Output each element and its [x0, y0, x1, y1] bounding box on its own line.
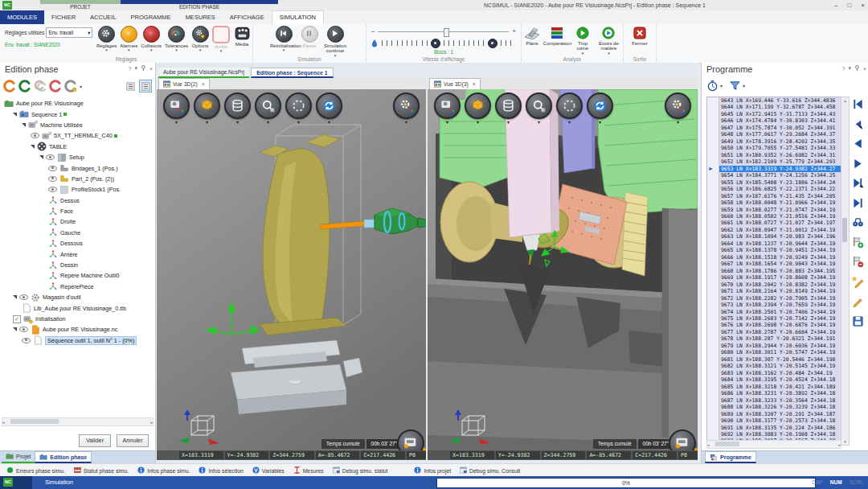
vt-display-button[interactable]: ▾ [434, 92, 461, 125]
scroll-thumb[interactable] [715, 442, 739, 446]
timer-filter-button[interactable]: ▾ [706, 80, 723, 92]
status-item-erreurs-phase-simu-[interactable]: Erreurs phase simu. [6, 466, 65, 475]
tree-item[interactable]: Dessus [0, 195, 154, 206]
panel-menu-button[interactable]: ▾ [134, 65, 137, 72]
expander-icon[interactable] [13, 295, 17, 299]
panel-menu-button[interactable]: ▾ [848, 65, 851, 72]
gcode-horizontal-scrollbar[interactable]: ◂ ▸ [706, 440, 841, 449]
tree-horizontal-scrollbar[interactable]: ◂ ▸ [2, 417, 154, 426]
tree-item[interactable]: 5X_TT_HERMLE_C40 [0, 130, 154, 141]
expander-icon[interactable] [22, 123, 26, 127]
program-line[interactable]: 9677 LN X+188.2787 Y-20.6604 Z+344.19 [707, 329, 841, 335]
status-item-debug-simu-consult[interactable]: Debug simu. Consult [460, 466, 520, 475]
visibility-eye-icon[interactable] [31, 133, 39, 138]
panel-tab-projet[interactable]: Projet [2, 451, 35, 463]
vt-display-button[interactable]: ▾ [163, 92, 190, 125]
flag-add-button[interactable] [852, 236, 864, 250]
visibility-eye-icon[interactable] [22, 338, 31, 343]
program-line[interactable]: 9671 LN X+188.2164 Y-20.8149 Z+344.19 [707, 288, 841, 294]
program-line[interactable]: 9667 LN X+188.1654 Y-20.9043 Z+344.19 [707, 261, 841, 267]
orientation-cube[interactable] [177, 409, 221, 446]
speed-knob[interactable] [431, 39, 440, 48]
ribbon-tab-fichier[interactable]: FICHIER [44, 10, 83, 24]
status-item-mesures[interactable]: Mesures [293, 466, 324, 475]
gcode-list[interactable]: 9643 LN X+169.446 Y-33.616 Z+344.4836964… [706, 97, 841, 446]
visibility-eye-icon[interactable] [48, 176, 57, 182]
speed-plus-button[interactable]: + [512, 28, 516, 35]
nav-back-button[interactable] [852, 138, 864, 151]
tree-item[interactable]: TABLE [0, 142, 154, 152]
tree-item[interactable]: Repère Machine Outil0 [0, 270, 154, 281]
program-line[interactable]: 9645 LN X+172.9415 Y-31.7133 Z+344.43 [707, 111, 841, 117]
document-tab[interactable]: Edition phase : Sequence 1 [251, 68, 333, 78]
program-line[interactable]: 9675 LN X+188.2603 Y-20.7142 Z+344.19 [707, 315, 841, 322]
scroll-thumb[interactable] [842, 218, 847, 242]
program-line[interactable]: 9660 LN X+188.0502 Y-21.0516 Z+344.19 [707, 213, 841, 220]
program-line[interactable]: 9672 LN X+188.2282 Y-20.7905 Z+344.19 [707, 295, 841, 302]
checkbox[interactable]: ✓ [13, 315, 21, 323]
vt-zoom-button[interactable]: ▾ [526, 92, 552, 125]
binoculars-button[interactable] [852, 216, 864, 230]
vue-3d-2-tab[interactable]: Vue 3D(2) × [158, 78, 210, 89]
program-line[interactable]: 9644 LN X+171.199 Y-32.6787 Z+344.458 [707, 104, 841, 110]
program-line[interactable]: 9654 LN X+184.3771 Y-24.1256 Z+344.25 [707, 172, 841, 179]
tree-item[interactable]: Aube pour RE Visiusinage.nc [0, 324, 154, 335]
tree-item[interactable]: Lib_Aube pour RE Visiusinage_0.tlb [0, 302, 154, 313]
program-line[interactable]: 9649 LN X+178.3916 Y-28.4202 Z+344.35 [707, 138, 841, 145]
close-button[interactable]: × [861, 2, 865, 9]
chevron-down-icon[interactable]: ▾ [80, 84, 82, 89]
vt-render-button[interactable]: ▾ [393, 92, 420, 125]
nav-forward-button[interactable] [852, 158, 864, 171]
speed-slider-thumb[interactable] [444, 28, 449, 37]
speed-knob[interactable] [488, 39, 497, 48]
pin-icon[interactable] [854, 65, 860, 72]
tree-item[interactable]: Séquence outil 1, outil N° 1 - (0%) [0, 335, 154, 346]
program-line[interactable]: 9683 LN X+188.3162 Y-20.484 Z+344.19 [707, 370, 841, 376]
tree-item[interactable]: Bridages_1 (Pos.) [0, 162, 154, 173]
reglages-collisions-button[interactable]: Collisions▾ [139, 26, 163, 51]
tree-item[interactable]: ✓Initialisation [0, 314, 154, 324]
expander-icon[interactable] [31, 145, 35, 149]
analyse-plans-button[interactable]: Plans [522, 26, 542, 46]
program-line[interactable]: 9669 LN X+188.1917 Y-20.8608 Z+344.19 [707, 274, 841, 281]
vue-3d-3-tab[interactable]: Vue 3D(3) × [429, 78, 481, 89]
ribbon-tab-mesures[interactable]: MESURES [178, 10, 223, 24]
reglages-r-glages-button[interactable]: Réglages▾ [95, 26, 118, 51]
program-line[interactable]: 9678 LN X+188.287 Y-20.6321 Z+344.191 [707, 335, 841, 342]
orientation-cube[interactable] [448, 409, 492, 446]
panel-help-button[interactable]: ? [128, 66, 131, 72]
cycle-gray-button[interactable] [64, 80, 77, 92]
program-line[interactable]: 9670 LN X+188.2042 Y-20.8382 Z+344.19 [707, 281, 841, 288]
program-line[interactable]: 9685 LN X+188.3218 Y-20.421 Z+344.189 [707, 384, 841, 390]
tree-item[interactable]: Dessin [0, 260, 154, 270]
program-line[interactable]: ►9653 LN X+183.3319 Y-24.9382 Z+344.27 [707, 166, 841, 172]
sortie-fermer-button[interactable]: Fermer [629, 26, 650, 46]
ribbon-tab-programme[interactable]: PROGRAMME [124, 10, 178, 24]
visibility-eye-icon[interactable] [46, 154, 55, 160]
program-line[interactable]: 9661 LN X+188.0727 Y-21.027 Z+344.197 [707, 220, 841, 226]
close-icon[interactable]: × [473, 81, 476, 87]
list-view-button[interactable] [124, 80, 137, 92]
tree-item[interactable]: Aube pour RE Visiusinage [0, 98, 154, 109]
status-item-infos-s-lection[interactable]: Infos sélection [199, 466, 243, 475]
reglages-m-dia-button[interactable]: Média [231, 26, 252, 47]
tree-item[interactable]: Arrière [0, 249, 154, 259]
program-line[interactable]: 9686 LN X+188.3231 Y-20.3892 Z+344.18 [707, 390, 841, 397]
visibility-eye-icon[interactable] [48, 187, 57, 192]
program-line[interactable]: 9659 LN X+188.0277 Y-21.0747 Z+344.19 [707, 207, 841, 213]
pencil-star-button[interactable] [852, 276, 864, 290]
ribbon-tab-affichage[interactable]: AFFICHAGE [223, 10, 272, 24]
program-line[interactable]: 9692 LN X+188.3083 Y-20.1908 Z+344.18 [707, 431, 841, 438]
speed-slider[interactable] [378, 31, 509, 32]
tree-item[interactable]: Setup [0, 152, 154, 162]
tree-item[interactable]: RepèrePièce [0, 281, 154, 292]
cycle-dual-button[interactable] [34, 80, 47, 92]
tree-item[interactable]: Dessous [0, 238, 154, 249]
program-line[interactable]: 9673 LN X+188.2394 Y-20.7659 Z+344.19 [707, 302, 841, 308]
reglages-tol-rances-button[interactable]: Tolérances▾ [163, 26, 190, 51]
expander-icon[interactable] [39, 155, 43, 159]
visibility-eye-icon[interactable] [48, 166, 57, 171]
visibility-eye-icon[interactable] [19, 327, 28, 332]
status-item-statut-phase-simu-[interactable]: Statut phase simu. [74, 466, 129, 475]
ribbon-tab-accueil[interactable]: ACCUEIL [83, 10, 124, 24]
